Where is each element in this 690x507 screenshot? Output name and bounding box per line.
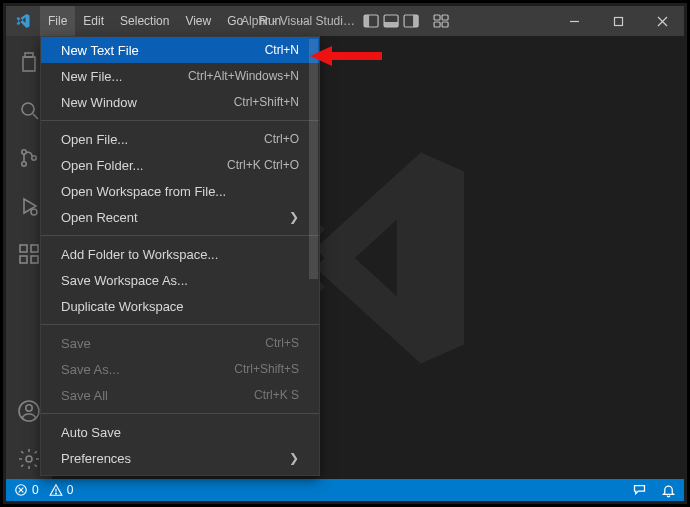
menu-item-label: Open Recent [61, 210, 138, 225]
menu-edit[interactable]: Edit [75, 6, 112, 36]
bell-icon [661, 483, 676, 498]
status-notifications[interactable] [661, 483, 676, 498]
menu-item-new-window[interactable]: New WindowCtrl+Shift+N [41, 89, 319, 115]
menu-item-new-file[interactable]: New File...Ctrl+Alt+Windows+N [41, 63, 319, 89]
window-title: Alphr - Visual Studi… [241, 14, 355, 28]
menu-item-label: New File... [61, 69, 122, 84]
svg-point-16 [22, 150, 26, 154]
menu-item-label: Duplicate Workspace [61, 299, 184, 314]
menu-item-open-file[interactable]: Open File...Ctrl+O [41, 126, 319, 152]
menu-item-shortcut: Ctrl+Shift+N [234, 95, 299, 109]
svg-line-15 [33, 114, 38, 119]
menu-item-label: Save All [61, 388, 108, 403]
menu-item-preferences[interactable]: Preferences❯ [41, 445, 319, 471]
menu-item-label: New Text File [61, 43, 139, 58]
menu-separator [41, 324, 319, 325]
menu-item-label: Open Workspace from File... [61, 184, 226, 199]
menu-item-label: Save [61, 336, 91, 351]
svg-rect-11 [614, 17, 622, 25]
menu-item-open-workspace-from-file[interactable]: Open Workspace from File... [41, 178, 319, 204]
svg-point-17 [22, 162, 26, 166]
svg-point-20 [31, 209, 37, 215]
menu-file[interactable]: File [40, 6, 75, 36]
menu-item-shortcut: Ctrl+Alt+Windows+N [188, 69, 299, 83]
status-warnings[interactable]: 0 [49, 483, 74, 497]
menu-item-new-text-file[interactable]: New Text FileCtrl+N [41, 37, 319, 63]
menu-separator [41, 413, 319, 414]
menu-item-add-folder-to-workspace[interactable]: Add Folder to Workspace... [41, 241, 319, 267]
chevron-right-icon: ❯ [281, 451, 299, 465]
title-bar: FileEditSelectionViewGoRun ··· Alphr - V… [6, 6, 684, 36]
menu-item-shortcut: Ctrl+S [265, 336, 299, 350]
status-feedback[interactable] [632, 483, 647, 498]
chevron-right-icon: ❯ [281, 210, 299, 224]
menu-item-open-folder[interactable]: Open Folder...Ctrl+K Ctrl+O [41, 152, 319, 178]
status-bar: 0 0 [6, 479, 684, 501]
layout-controls[interactable] [363, 14, 449, 28]
window-controls [552, 6, 684, 36]
menu-view[interactable]: View [177, 6, 219, 36]
vscode-logo [6, 13, 40, 29]
menu-item-duplicate-workspace[interactable]: Duplicate Workspace [41, 293, 319, 319]
menu-item-label: New Window [61, 95, 137, 110]
menu-item-save-all: Save AllCtrl+K S [41, 382, 319, 408]
error-icon [14, 483, 28, 497]
feedback-icon [632, 483, 647, 498]
svg-point-18 [32, 156, 36, 160]
svg-rect-3 [384, 22, 398, 27]
svg-rect-23 [31, 256, 38, 263]
menu-item-shortcut: Ctrl+O [264, 132, 299, 146]
menu-item-label: Add Folder to Workspace... [61, 247, 218, 262]
menu-item-save: SaveCtrl+S [41, 330, 319, 356]
close-button[interactable] [640, 6, 684, 36]
svg-rect-7 [442, 15, 448, 20]
menu-item-open-recent[interactable]: Open Recent❯ [41, 204, 319, 230]
svg-point-27 [26, 456, 32, 462]
svg-point-14 [22, 103, 34, 115]
svg-rect-5 [413, 15, 418, 27]
dropdown-scroll-thumb[interactable] [309, 39, 318, 279]
svg-rect-21 [20, 245, 27, 252]
menu-item-label: Save Workspace As... [61, 273, 188, 288]
menu-separator [41, 120, 319, 121]
menu-item-save-workspace-as[interactable]: Save Workspace As... [41, 267, 319, 293]
minimize-button[interactable] [552, 6, 596, 36]
menu-item-shortcut: Ctrl+Shift+S [234, 362, 299, 376]
menu-item-auto-save[interactable]: Auto Save [41, 419, 319, 445]
toggle-panel-icon[interactable] [383, 14, 399, 28]
svg-rect-24 [31, 245, 38, 252]
menu-item-shortcut: Ctrl+N [265, 43, 299, 57]
svg-rect-1 [364, 15, 369, 27]
menu-item-label: Preferences [61, 451, 131, 466]
file-menu-dropdown[interactable]: New Text FileCtrl+NNew File...Ctrl+Alt+W… [40, 36, 320, 476]
menu-item-save-as: Save As...Ctrl+Shift+S [41, 356, 319, 382]
window-title-area: Alphr - Visual Studi… [241, 14, 449, 28]
menu-item-label: Save As... [61, 362, 120, 377]
menu-separator [41, 235, 319, 236]
svg-rect-6 [434, 15, 440, 20]
svg-rect-9 [442, 22, 448, 27]
menu-selection[interactable]: Selection [112, 6, 177, 36]
svg-marker-19 [24, 199, 36, 213]
maximize-button[interactable] [596, 6, 640, 36]
customize-layout-icon[interactable] [433, 14, 449, 28]
menu-item-shortcut: Ctrl+K S [254, 388, 299, 402]
status-errors[interactable]: 0 [14, 483, 39, 497]
menu-item-shortcut: Ctrl+K Ctrl+O [227, 158, 299, 172]
menu-item-label: Open Folder... [61, 158, 143, 173]
toggle-primary-sidebar-icon[interactable] [363, 14, 379, 28]
svg-rect-22 [20, 256, 27, 263]
warning-count: 0 [67, 483, 74, 497]
menu-item-label: Open File... [61, 132, 128, 147]
warning-icon [49, 483, 63, 497]
svg-point-32 [55, 493, 56, 494]
menu-item-label: Auto Save [61, 425, 121, 440]
svg-rect-8 [434, 22, 440, 27]
toggle-secondary-sidebar-icon[interactable] [403, 14, 419, 28]
error-count: 0 [32, 483, 39, 497]
svg-point-25 [26, 405, 32, 411]
dropdown-scrollbar[interactable] [309, 38, 318, 474]
